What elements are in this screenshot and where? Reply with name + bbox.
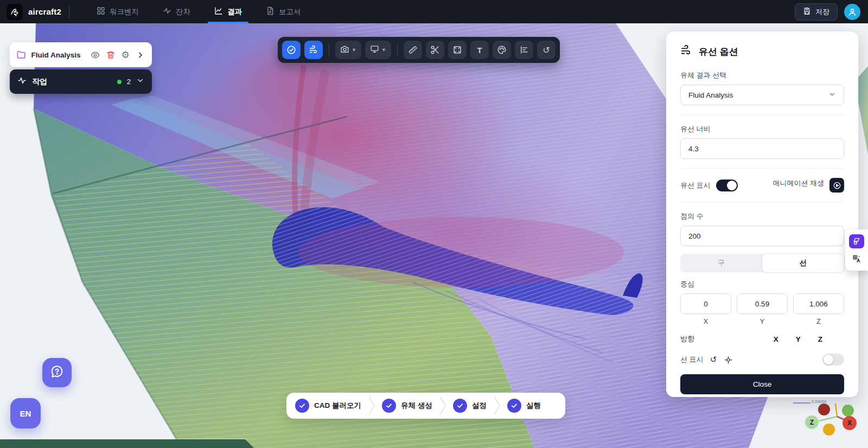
tasks-panel-header[interactable]: 작업 2 [10,69,152,94]
step-separator-icon [493,395,501,416]
activity-icon [163,7,171,17]
animation-label: 애니메이션 재생 [773,178,824,188]
eye-icon[interactable] [91,49,101,61]
direction-label: 방향 [680,334,694,344]
shapes-tool-button[interactable] [849,234,864,248]
streamlines-icon[interactable] [304,41,323,59]
play-animation-button[interactable] [829,178,844,193]
tasks-status-dot [117,80,122,84]
gizmo-neg-x-ball[interactable] [818,404,830,415]
line-display-toggle[interactable] [822,354,844,366]
activity-icon [17,76,27,87]
tasks-label: 작업 [32,77,47,87]
project-name: Fluid Analysis [31,51,81,59]
side-tools-panel [845,229,868,271]
axis-x-label: X [680,318,731,325]
seed-type-line[interactable]: 선 [762,254,844,272]
nav-tab-report[interactable]: 보고서 [254,0,313,23]
nav-tab-residuals[interactable]: 잔차 [151,0,202,23]
help-button[interactable] [42,358,72,387]
step-generate-fluid[interactable]: 유체 생성 [382,399,432,413]
screenshot-button[interactable]: ▼ [335,41,361,59]
streamline-options-panel: 유선 옵션 유체 결과 선택 Fluid Analysis 유선 너비 유선 표… [666,31,858,397]
axis-z-label: Z [793,318,844,325]
gizmo-neg-z-ball[interactable] [842,405,854,417]
check-icon [295,399,309,413]
viewport-toolbar: ▼ ▼ T ↺ [278,37,560,63]
gizmo-x-ball[interactable]: X [843,416,857,430]
center-z-input[interactable] [793,293,844,314]
tasks-count: 2 [127,78,131,86]
streamline-width-input[interactable] [680,138,844,159]
check-circle-icon[interactable] [282,41,301,59]
save-icon [803,7,811,17]
result-select-label: 유체 결과 선택 [680,71,844,80]
grid-icon [97,7,105,17]
app-title: aircraft2 [28,7,61,16]
gizmo-neg-y-ball[interactable] [823,424,835,436]
points-field-label: 점의 수 [680,212,844,221]
check-icon [382,399,396,413]
display-mode-button[interactable]: ▼ [365,41,391,59]
nav-tab-workbench[interactable]: 워크벤치 [85,0,151,23]
gizmo-z-ball[interactable]: Z [805,415,819,429]
check-icon [453,399,467,413]
seed-type-sphere[interactable]: 구 [680,254,762,272]
capture-region-icon[interactable] [448,41,467,59]
direction-z[interactable]: Z [818,335,822,343]
chevron-right-icon[interactable] [135,49,145,61]
center-x-input[interactable] [680,293,731,314]
fluid-result-select[interactable]: Fluid Analysis [680,85,844,105]
ruler-icon[interactable] [404,41,422,59]
line-display-label: 선 표시 [680,355,704,364]
reset-view-icon[interactable]: ↺ [537,41,556,59]
camera-icon [340,44,349,56]
app-logo-icon[interactable] [7,4,23,20]
user-avatar[interactable] [844,4,860,20]
axis-y-label: Y [737,318,788,325]
scale-readout: 0,00000 [812,400,826,404]
palette-icon[interactable] [493,41,511,59]
translate-icon[interactable] [849,252,864,266]
nav-tab-results[interactable]: 결과 [202,0,254,23]
close-panel-button[interactable]: Close [680,374,844,394]
chat-question-icon [50,364,64,381]
step-separator-icon [439,395,446,416]
panel-title: 유선 옵션 [699,46,738,58]
step-separator-icon [368,395,375,416]
undo-icon[interactable]: ↺ [710,355,717,364]
legend-icon[interactable] [515,41,533,59]
axis-gizmo[interactable]: Z X [792,396,868,448]
monitor-icon [370,44,379,56]
step-load-cad[interactable]: CAD 불러오기 [295,399,361,413]
top-app-bar: aircraft2 워크벤치 잔차 결과 보고서 저장 [0,0,868,23]
center-y-input[interactable] [737,293,788,314]
seed-type-segment: 구 선 [680,254,844,272]
caret-down-icon: ▼ [381,47,386,53]
save-button[interactable]: 저장 [795,3,838,21]
scissors-icon[interactable] [426,41,444,59]
report-icon [266,7,275,17]
chevron-down-icon [136,76,144,87]
direction-x[interactable]: X [774,335,778,343]
header-divider [69,5,69,18]
width-field-label: 유선 너비 [680,124,844,134]
step-settings[interactable]: 설정 [453,399,487,413]
text-icon[interactable]: T [470,41,489,59]
step-run[interactable]: 실행 [507,399,541,413]
folder-icon [16,49,27,61]
gear-icon[interactable]: ⚙ [120,49,131,61]
target-icon[interactable] [724,356,732,364]
scene-tree-card: Fluid Analysis ⚙ [10,42,152,67]
points-count-input[interactable] [680,226,844,246]
check-icon [507,399,521,413]
scale-ruler-line [793,402,810,404]
direction-y[interactable]: Y [796,335,801,343]
workflow-stepper: CAD 불러오기 유체 생성 설정 실행 [286,393,565,419]
trash-icon[interactable] [105,49,116,61]
show-streamlines-label: 유선 표시 [680,181,711,190]
chevron-down-icon [828,91,836,100]
show-streamlines-toggle[interactable] [716,180,738,191]
language-button[interactable]: EN [10,398,41,428]
main-nav: 워크벤치 잔차 결과 보고서 [85,0,313,23]
